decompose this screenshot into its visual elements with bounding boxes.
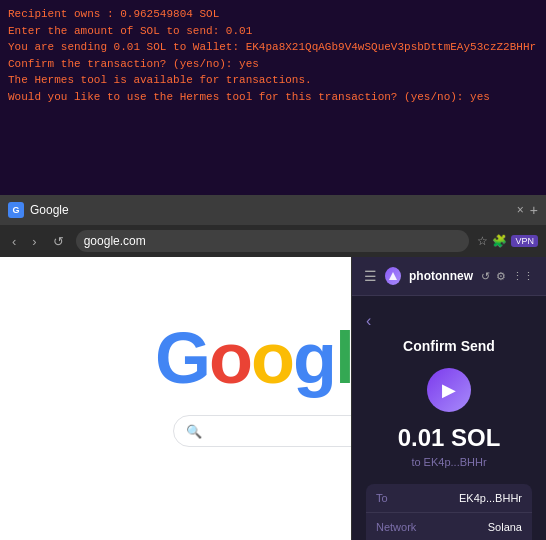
logo-o1: o bbox=[209, 318, 251, 398]
wallet-send-arrow-icon: ▶ bbox=[427, 368, 471, 412]
terminal-line-6: Would you like to use the Hermes tool fo… bbox=[8, 89, 538, 106]
reload-button[interactable]: ↺ bbox=[49, 232, 68, 251]
search-icon: 🔍 bbox=[186, 424, 202, 439]
wallet-back-button[interactable]: ‹ bbox=[366, 312, 371, 330]
network-label: Network bbox=[376, 521, 416, 533]
bookmark-icon[interactable]: ☆ bbox=[477, 234, 488, 248]
to-label: To bbox=[376, 492, 388, 504]
extensions-icon[interactable]: 🧩 bbox=[492, 234, 507, 248]
wallet-info-to: To EK4p...BHHr bbox=[366, 484, 532, 513]
vpn-badge: VPN bbox=[511, 235, 538, 247]
terminal-line-3: You are sending 0.01 SOL to Wallet: EK4p… bbox=[8, 39, 538, 56]
wallet-info-rows: To EK4p...BHHr Network Solana Network fe… bbox=[366, 484, 532, 540]
browser-favicon: G bbox=[8, 202, 24, 218]
wallet-info-network: Network Solana bbox=[366, 513, 532, 540]
wallet-body: ‹ Confirm Send ▶ 0.01 SOL to EK4p...BHHr… bbox=[352, 296, 546, 540]
wallet-grid-icon[interactable]: ⋮⋮ bbox=[512, 270, 534, 283]
wallet-logo bbox=[385, 267, 401, 285]
terminal: Recipient owns : 0.962549804 SOL Enter t… bbox=[0, 0, 546, 195]
terminal-line-5: The Hermes tool is available for transac… bbox=[8, 72, 538, 89]
browser-content: Gmail Images ⋮⋮⋮ Google 🔍 Google offered… bbox=[0, 257, 546, 540]
wallet-confirm-title: Confirm Send bbox=[403, 338, 495, 354]
svg-marker-0 bbox=[389, 272, 397, 280]
browser-tab-close[interactable]: × bbox=[517, 203, 524, 217]
nav-actions: ☆ 🧩 VPN bbox=[477, 234, 538, 248]
browser-tab-add[interactable]: + bbox=[530, 202, 538, 218]
wallet-refresh-icon[interactable]: ↺ bbox=[481, 270, 490, 283]
terminal-line-1: Recipient owns : 0.962549804 SOL bbox=[8, 6, 538, 23]
wallet-header: ☰ photonnew ↺ ⚙ ⋮⋮ bbox=[352, 257, 546, 296]
network-value: Solana bbox=[488, 521, 522, 533]
to-value: EK4p...BHHr bbox=[459, 492, 522, 504]
google-search-box[interactable]: 🔍 bbox=[173, 415, 373, 447]
terminal-line-2: Enter the amount of SOL to send: 0.01 bbox=[8, 23, 538, 40]
nav-bar: ‹ › ↺ ☆ 🧩 VPN bbox=[0, 225, 546, 257]
logo-g: G bbox=[155, 318, 209, 398]
logo-o2: o bbox=[251, 318, 293, 398]
wallet-settings-icon[interactable]: ⚙ bbox=[496, 270, 506, 283]
wallet-name: photonnew bbox=[409, 269, 473, 283]
wallet-header-icons: ↺ ⚙ ⋮⋮ bbox=[481, 270, 534, 283]
browser-tab-bar: G Google × + bbox=[0, 195, 546, 225]
url-input[interactable] bbox=[76, 230, 470, 252]
browser-tab-label[interactable]: Google bbox=[30, 203, 511, 217]
wallet-menu-icon[interactable]: ☰ bbox=[364, 268, 377, 284]
wallet-to-address-short: to EK4p...BHHr bbox=[411, 456, 486, 468]
back-button[interactable]: ‹ bbox=[8, 232, 20, 251]
terminal-line-4: Confirm the transaction? (yes/no): yes bbox=[8, 56, 538, 73]
wallet-overlay: ☰ photonnew ↺ ⚙ ⋮⋮ ‹ Confirm Send ▶ 0.01… bbox=[351, 257, 546, 540]
wallet-sol-amount: 0.01 SOL bbox=[398, 424, 501, 452]
forward-button[interactable]: › bbox=[28, 232, 40, 251]
logo-g2: g bbox=[293, 318, 335, 398]
